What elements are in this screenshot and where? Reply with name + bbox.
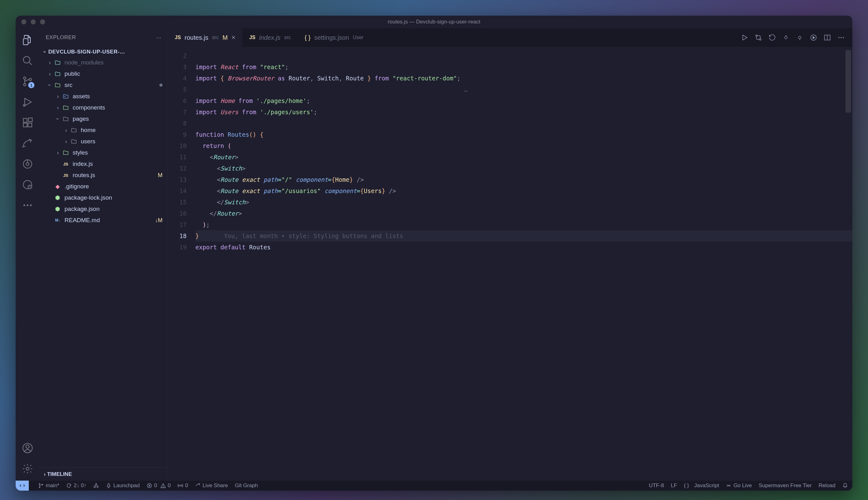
svg-point-45 bbox=[163, 487, 163, 487]
tree-item[interactable]: JSindex.js bbox=[40, 158, 168, 170]
tree-item[interactable]: ›styles bbox=[40, 147, 168, 158]
radio-status[interactable]: 0 bbox=[178, 482, 188, 489]
revert-icon[interactable] bbox=[768, 34, 776, 41]
explorer-tab-icon[interactable] bbox=[22, 34, 33, 46]
sidebar-title: EXPLORER bbox=[46, 34, 76, 41]
tree-item[interactable]: ›public bbox=[40, 68, 168, 79]
svg-rect-11 bbox=[29, 118, 32, 122]
tree-item[interactable]: ◆.gitignore bbox=[40, 181, 168, 192]
svg-marker-24 bbox=[743, 35, 747, 40]
share-tab-icon[interactable] bbox=[22, 138, 33, 149]
code-editor[interactable]: 2345678910111213141516171819 import Reac… bbox=[168, 47, 852, 481]
tree-item[interactable]: ›users bbox=[40, 136, 168, 147]
maximize-window[interactable] bbox=[40, 19, 45, 24]
svg-point-36 bbox=[39, 484, 40, 484]
svg-point-25 bbox=[756, 35, 757, 37]
svg-point-7 bbox=[23, 104, 25, 106]
chevron-right-icon: › bbox=[44, 471, 46, 477]
reload[interactable]: Reload bbox=[819, 482, 835, 489]
close-window[interactable] bbox=[21, 19, 26, 24]
close-tab-icon[interactable]: × bbox=[231, 33, 235, 42]
remote-indicator[interactable] bbox=[16, 481, 29, 491]
eol[interactable]: LF bbox=[671, 482, 677, 489]
more-actions-icon[interactable] bbox=[837, 34, 845, 41]
editor-actions bbox=[733, 28, 852, 47]
notifications-icon[interactable] bbox=[842, 483, 848, 488]
svg-point-27 bbox=[785, 36, 787, 39]
gitlens-tab-icon[interactable] bbox=[22, 158, 33, 170]
traffic-lights bbox=[21, 19, 45, 24]
git-sync[interactable]: 2↓ 0↑ bbox=[66, 482, 87, 489]
timeline-section[interactable]: › TIMELINE bbox=[40, 467, 168, 481]
sidebar-header: EXPLORER ⋯ bbox=[40, 28, 168, 47]
svg-line-2 bbox=[29, 62, 32, 65]
tree-item[interactable]: JSroutes.jsM bbox=[40, 170, 168, 181]
file-tree: ›node_modules›public›src›assets›componen… bbox=[40, 57, 168, 467]
live-share[interactable]: Live Share bbox=[195, 482, 228, 489]
go-live[interactable]: Go Live bbox=[726, 482, 752, 489]
tree-item[interactable]: ›pages bbox=[40, 113, 168, 125]
git-graph[interactable]: Git Graph bbox=[235, 482, 258, 489]
tab-bar: JSroutes.jssrcM×JSindex.jssrc{ }settings… bbox=[168, 28, 852, 47]
svg-marker-30 bbox=[813, 36, 815, 39]
language-mode[interactable]: { } JavaScript bbox=[684, 482, 719, 489]
warnings[interactable]: 0 bbox=[160, 482, 171, 489]
tree-item[interactable]: ⬢package-lock.json bbox=[40, 192, 168, 203]
activity-bar: 1 bbox=[16, 28, 40, 481]
errors[interactable]: 0 bbox=[146, 482, 157, 489]
extensions-tab-icon[interactable] bbox=[22, 117, 33, 128]
prev-change-icon[interactable] bbox=[782, 34, 790, 41]
more-tab-icon[interactable] bbox=[22, 200, 33, 211]
launchpad[interactable]: Launchpad bbox=[106, 482, 140, 489]
supermaven[interactable]: Supermaven Free Tier bbox=[759, 482, 812, 489]
tree-item[interactable]: ›home bbox=[40, 125, 168, 136]
svg-point-47 bbox=[728, 485, 729, 486]
run-icon[interactable] bbox=[741, 34, 748, 41]
color-picker[interactable] bbox=[93, 483, 99, 488]
editor-tab[interactable]: JSroutes.jssrcM× bbox=[168, 28, 242, 47]
account-icon[interactable] bbox=[22, 442, 33, 454]
scrollbar[interactable] bbox=[845, 50, 851, 113]
project-section[interactable]: › DEVCLUB-SIGN-UP-USER-… bbox=[40, 47, 168, 57]
run-debug-tab-icon[interactable] bbox=[22, 96, 33, 107]
tree-item[interactable]: ›components bbox=[40, 102, 168, 113]
svg-point-22 bbox=[26, 467, 29, 470]
search-tab-icon[interactable] bbox=[22, 55, 33, 66]
tree-item[interactable]: ›node_modules bbox=[40, 57, 168, 68]
svg-rect-0 bbox=[23, 39, 28, 45]
vscode-window: routes.js — Devclub-sign-up-user-react 1 bbox=[16, 16, 852, 491]
tree-item[interactable]: M↓README.md↓M bbox=[40, 215, 168, 226]
svg-point-33 bbox=[838, 37, 839, 38]
tree-item[interactable]: ›src bbox=[40, 79, 168, 91]
status-bar: main* 2↓ 0↑ Launchpad 0 0 0 Live Share bbox=[16, 481, 852, 491]
titlebar: routes.js — Devclub-sign-up-user-react bbox=[16, 16, 852, 28]
source-control-tab-icon[interactable]: 1 bbox=[22, 76, 33, 87]
tree-item[interactable]: ›assets bbox=[40, 91, 168, 102]
sidebar-more-icon[interactable]: ⋯ bbox=[156, 34, 162, 41]
minimize-window[interactable] bbox=[31, 19, 36, 24]
timeline-tab-icon[interactable] bbox=[22, 179, 33, 190]
git-branch[interactable]: main* bbox=[38, 482, 59, 489]
code-content[interactable]: import React from "react";import { Brows… bbox=[196, 47, 852, 481]
encoding[interactable]: UTF-8 bbox=[649, 482, 664, 489]
next-change-icon[interactable] bbox=[796, 34, 803, 41]
svg-point-39 bbox=[97, 486, 98, 488]
git-compare-icon[interactable] bbox=[755, 34, 762, 41]
project-name: DEVCLUB-SIGN-UP-USER-… bbox=[48, 49, 125, 55]
svg-point-4 bbox=[23, 83, 26, 86]
tree-item[interactable]: ⬢package.json bbox=[40, 203, 168, 215]
svg-rect-8 bbox=[23, 118, 27, 122]
svg-point-19 bbox=[30, 204, 32, 206]
svg-marker-6 bbox=[25, 98, 31, 106]
editor-tab[interactable]: JSindex.jssrc bbox=[242, 28, 298, 47]
svg-point-3 bbox=[23, 77, 26, 79]
svg-rect-10 bbox=[28, 123, 32, 127]
split-editor-icon[interactable] bbox=[824, 34, 831, 41]
run-debug-icon[interactable] bbox=[810, 34, 817, 41]
settings-icon[interactable] bbox=[22, 463, 33, 474]
svg-point-38 bbox=[42, 484, 43, 485]
sidebar: EXPLORER ⋯ › DEVCLUB-SIGN-UP-USER-… ›nod… bbox=[40, 28, 168, 481]
chevron-down-icon: › bbox=[42, 51, 48, 53]
svg-point-46 bbox=[180, 485, 181, 486]
editor-tab[interactable]: { }settings.jsonUser bbox=[298, 28, 370, 47]
